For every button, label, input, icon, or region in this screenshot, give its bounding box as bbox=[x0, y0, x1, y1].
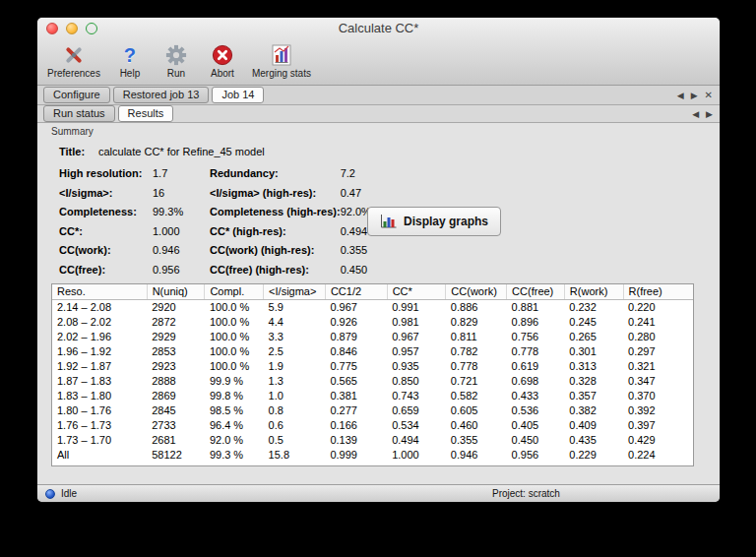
table-cell: 2681 bbox=[147, 432, 205, 447]
table-row[interactable]: 1.73 – 1.70268192.0 %0.50.1390.4940.3550… bbox=[52, 432, 693, 447]
table-cell: 4.4 bbox=[264, 314, 326, 329]
toolbar-label: Merging stats bbox=[252, 68, 311, 79]
column-header[interactable]: CC1/2 bbox=[325, 284, 387, 299]
merging-stats-button[interactable]: Merging stats bbox=[252, 41, 311, 79]
tab-configure[interactable]: Configure bbox=[43, 87, 110, 103]
tab-scroll-right-icon[interactable]: ▶ bbox=[691, 91, 698, 100]
job-title-value: calculate CC* for Refine_45 model bbox=[98, 146, 265, 157]
summary-section-label: Summary bbox=[37, 123, 720, 139]
column-header[interactable]: N(uniq) bbox=[147, 284, 205, 299]
app-window: Calculate CC* Preferences ? Help bbox=[37, 18, 720, 502]
table-cell: 99.8 % bbox=[205, 388, 264, 402]
tab-results[interactable]: Results bbox=[118, 105, 174, 122]
toolbar-label: Abort bbox=[211, 68, 234, 79]
table-cell: 99.9 % bbox=[205, 373, 264, 388]
table-row[interactable]: 2.02 – 1.962929100.0 %3.30.8790.9670.811… bbox=[52, 329, 693, 343]
column-header[interactable]: CC(work) bbox=[446, 284, 507, 299]
maximize-window-button[interactable] bbox=[86, 23, 97, 34]
column-header[interactable]: Compl. bbox=[205, 284, 264, 299]
table-cell: 0.220 bbox=[623, 299, 693, 314]
column-header[interactable]: R(free) bbox=[623, 284, 693, 299]
table-cell: All bbox=[52, 447, 147, 462]
table-cell: 0.409 bbox=[564, 417, 623, 432]
table-row[interactable]: 1.92 – 1.872923100.0 %1.90.7750.9350.778… bbox=[52, 358, 693, 373]
table-cell: 1.96 – 1.92 bbox=[52, 343, 147, 358]
summary-label: CC* (high-res): bbox=[210, 225, 341, 237]
results-table[interactable]: Reso.N(uniq)Compl.<I/sigma>CC1/2CC*CC(wo… bbox=[51, 283, 694, 466]
table-cell: 0.721 bbox=[446, 373, 507, 388]
table-cell: 0.232 bbox=[564, 299, 623, 314]
table-cell: 0.8 bbox=[264, 402, 326, 417]
table-cell: 1.80 – 1.76 bbox=[52, 402, 147, 417]
tab-close-icon[interactable]: ✕ bbox=[705, 90, 713, 100]
display-graphs-button[interactable]: Display graphs bbox=[367, 207, 501, 236]
column-header[interactable]: Reso. bbox=[52, 284, 147, 299]
table-cell: 0.926 bbox=[325, 314, 387, 329]
summary-label: CC(work): bbox=[59, 244, 153, 256]
tab-restored-job-13[interactable]: Restored job 13 bbox=[113, 87, 210, 103]
table-cell: 0.534 bbox=[387, 417, 446, 432]
column-header[interactable]: R(work) bbox=[564, 284, 623, 299]
minimize-window-button[interactable] bbox=[66, 23, 78, 34]
table-row[interactable]: 1.87 – 1.83288899.9 %1.30.5650.8500.7210… bbox=[52, 373, 693, 388]
table-row[interactable]: 2.14 – 2.082920100.0 %5.90.9670.9910.886… bbox=[52, 299, 693, 314]
table-cell: 0.698 bbox=[507, 373, 565, 388]
run-button[interactable]: Run bbox=[159, 41, 193, 79]
table-cell: 3.3 bbox=[264, 329, 326, 343]
column-header[interactable]: CC(free) bbox=[507, 284, 565, 299]
project-label: Project: scratch bbox=[492, 488, 560, 499]
summary-value: 99.3% bbox=[153, 206, 210, 217]
table-cell: 0.536 bbox=[507, 402, 565, 417]
table-row[interactable]: All5812299.3 %15.80.9991.0000.9460.9560.… bbox=[52, 447, 693, 462]
table-cell: 0.245 bbox=[564, 314, 623, 329]
results-table-body: 2.14 – 2.082920100.0 %5.90.9670.9910.886… bbox=[52, 299, 693, 462]
table-cell: 0.582 bbox=[446, 388, 507, 402]
tab-scroll-left-icon[interactable]: ◀ bbox=[677, 91, 684, 100]
table-cell: 0.946 bbox=[446, 447, 507, 462]
abort-button[interactable]: Abort bbox=[206, 41, 239, 79]
table-cell: 0.881 bbox=[507, 299, 565, 314]
column-header[interactable]: CC* bbox=[387, 284, 446, 299]
table-cell: 0.967 bbox=[325, 299, 387, 314]
close-window-button[interactable] bbox=[46, 23, 58, 34]
table-cell: 1.76 – 1.73 bbox=[52, 417, 147, 432]
titlebar[interactable]: Calculate CC* bbox=[37, 18, 720, 39]
table-cell: 2.02 – 1.96 bbox=[52, 329, 147, 343]
table-cell: 98.5 % bbox=[205, 402, 264, 417]
main-tab-nav: ◀ ▶ ✕ bbox=[677, 86, 713, 104]
summary-value: 0.956 bbox=[153, 264, 210, 276]
tab-run-status[interactable]: Run status bbox=[43, 105, 115, 122]
tab-scroll-left-icon[interactable]: ◀ bbox=[692, 109, 699, 119]
preferences-button[interactable]: Preferences bbox=[47, 41, 100, 79]
tab-scroll-right-icon[interactable]: ▶ bbox=[706, 109, 713, 119]
table-cell: 2869 bbox=[147, 388, 205, 402]
table-row[interactable]: 1.80 – 1.76284598.5 %0.80.2770.6590.6050… bbox=[52, 402, 693, 417]
table-cell: 0.756 bbox=[507, 329, 565, 343]
job-title-row: Title:calculate CC* for Refine_45 model bbox=[59, 146, 720, 167]
tab-job-14[interactable]: Job 14 bbox=[212, 87, 264, 103]
summary-label: High resolution: bbox=[59, 167, 153, 179]
table-row[interactable]: 1.76 – 1.73273396.4 %0.60.1660.5340.4600… bbox=[52, 417, 693, 432]
table-cell: 0.381 bbox=[325, 388, 387, 402]
table-cell: 0.956 bbox=[507, 447, 565, 462]
table-cell: 2872 bbox=[147, 314, 205, 329]
table-row[interactable]: 1.96 – 1.922853100.0 %2.50.8460.9570.782… bbox=[52, 343, 693, 358]
table-cell: 0.241 bbox=[623, 314, 693, 329]
summary-label: <I/sigma> (high-res): bbox=[210, 187, 341, 199]
status-bar: Idle Project: scratch bbox=[37, 484, 720, 502]
table-row[interactable]: 2.08 – 2.022872100.0 %4.40.9260.9810.829… bbox=[52, 314, 693, 329]
summary-value: 16 bbox=[153, 187, 210, 199]
table-cell: 96.4 % bbox=[205, 417, 264, 432]
table-cell: 0.778 bbox=[446, 358, 507, 373]
status-text: Idle bbox=[61, 488, 77, 499]
toolbar-label: Help bbox=[120, 68, 141, 79]
column-header[interactable]: <I/sigma> bbox=[264, 284, 326, 299]
table-cell: 1.83 – 1.80 bbox=[52, 388, 147, 402]
table-cell: 0.321 bbox=[623, 358, 693, 373]
summary-label: CC(free) (high-res): bbox=[210, 264, 341, 276]
table-cell: 0.382 bbox=[564, 402, 623, 417]
merging-stats-icon bbox=[270, 41, 293, 68]
table-row[interactable]: 1.83 – 1.80286999.8 %1.00.3810.7430.5820… bbox=[52, 388, 693, 402]
table-cell: 0.355 bbox=[446, 432, 507, 447]
help-button[interactable]: ? Help bbox=[113, 41, 147, 79]
